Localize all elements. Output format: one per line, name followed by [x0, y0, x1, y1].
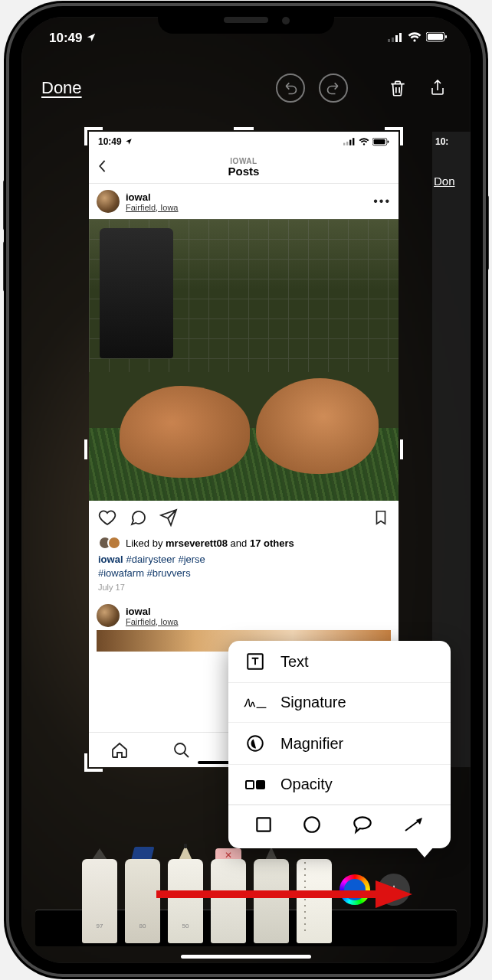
peek-time: 10: [432, 132, 471, 152]
ig-status-time: 10:49 [98, 136, 122, 147]
shape-speech-bubble[interactable] [351, 815, 374, 839]
ig-username: iowal [126, 191, 178, 203]
comment-icon [129, 508, 147, 531]
ig-status-bar: 10:49 [89, 132, 399, 152]
shape-rectangle[interactable] [254, 815, 274, 839]
shape-circle[interactable] [302, 815, 322, 839]
heart-icon [98, 508, 116, 531]
popover-text-label: Text [280, 653, 309, 671]
status-time: 10:49 [49, 31, 82, 46]
bookmark-icon [372, 508, 389, 531]
ig-post-image [89, 219, 399, 501]
svg-rect-3 [399, 33, 402, 42]
ig-nav-bar: IOWAL Posts [89, 152, 399, 184]
svg-rect-13 [388, 140, 389, 142]
svg-rect-1 [392, 38, 394, 42]
ig-more-icon: ••• [373, 194, 391, 208]
ig-username-2: iowal [126, 606, 178, 617]
done-button[interactable]: Done [41, 78, 82, 98]
ig-location: Fairfield, Iowa [126, 203, 178, 212]
ig-action-row [89, 501, 399, 536]
ig-nav-title: Posts [228, 165, 260, 178]
share-button[interactable] [425, 75, 451, 101]
svg-point-16 [248, 736, 263, 751]
ig-post-header: iowal Fairfield, Iowa ••• [89, 184, 399, 219]
cellular-signal-icon [388, 31, 403, 46]
phone-notch [158, 6, 334, 34]
popover-signature-row[interactable]: Signature [228, 683, 451, 723]
ig-post2-header: iowal Fairfield, Iowa [89, 599, 399, 630]
home-indicator[interactable] [181, 955, 311, 959]
ig-location-2: Fairfield, Iowa [126, 617, 178, 626]
svg-rect-8 [346, 142, 348, 145]
svg-rect-6 [445, 35, 447, 38]
color-picker[interactable] [339, 874, 370, 905]
battery-icon [426, 31, 448, 46]
undo-button[interactable] [276, 74, 305, 103]
ig-caption: iowal#dairysteer #jerse #iowafarm #bruvv… [89, 553, 399, 580]
pen-tool[interactable]: 97 [82, 859, 117, 943]
popover-signature-label: Signature [280, 694, 346, 711]
ig-back-button [97, 158, 107, 178]
ig-home-icon [89, 741, 151, 760]
svg-rect-17 [257, 818, 270, 831]
svg-point-18 [305, 817, 320, 832]
send-icon [159, 508, 178, 531]
magnifier-icon [242, 733, 268, 753]
marker-tool[interactable]: 80 [125, 859, 160, 943]
ig-avatar [97, 190, 120, 213]
popover-text-row[interactable]: Text [228, 641, 451, 683]
opacity-icon [242, 780, 268, 789]
ig-avatar-2 [97, 604, 120, 627]
svg-rect-12 [374, 139, 385, 143]
redo-button[interactable] [319, 74, 348, 103]
svg-rect-9 [349, 140, 351, 145]
svg-rect-7 [343, 143, 345, 145]
svg-rect-2 [395, 35, 398, 42]
add-shape-button[interactable]: ＋ [378, 874, 410, 906]
location-services-icon [86, 32, 97, 45]
popover-magnifier-label: Magnifier [280, 735, 343, 753]
peek-done: Don [432, 152, 471, 211]
wifi-icon [408, 31, 421, 46]
ig-date: July 17 [89, 580, 399, 599]
markup-toolbar: Done [21, 74, 471, 103]
lasso-tool[interactable] [254, 859, 289, 943]
delete-button[interactable] [385, 75, 411, 101]
svg-rect-5 [428, 34, 443, 40]
ig-search-icon [151, 741, 213, 760]
popover-magnifier-row[interactable]: Magnifier [228, 723, 451, 765]
svg-point-14 [175, 743, 185, 754]
eraser-tool[interactable] [211, 859, 246, 943]
ruler-tool[interactable] [297, 859, 332, 943]
pencil-tool[interactable]: 50 [168, 859, 203, 943]
svg-rect-10 [353, 138, 354, 145]
popover-opacity-label: Opacity [280, 776, 333, 793]
svg-rect-0 [388, 39, 390, 42]
popover-opacity-row[interactable]: Opacity [228, 765, 451, 805]
add-shape-popover: Text Signature Magnifier [228, 641, 451, 848]
signature-icon [242, 694, 268, 711]
ig-likes-row: Liked by mrseverett08 and 17 others [89, 536, 399, 553]
shape-arrow[interactable] [402, 815, 425, 839]
text-icon [242, 652, 268, 671]
markup-tool-palette: 97 80 50 ＋ [21, 859, 471, 951]
